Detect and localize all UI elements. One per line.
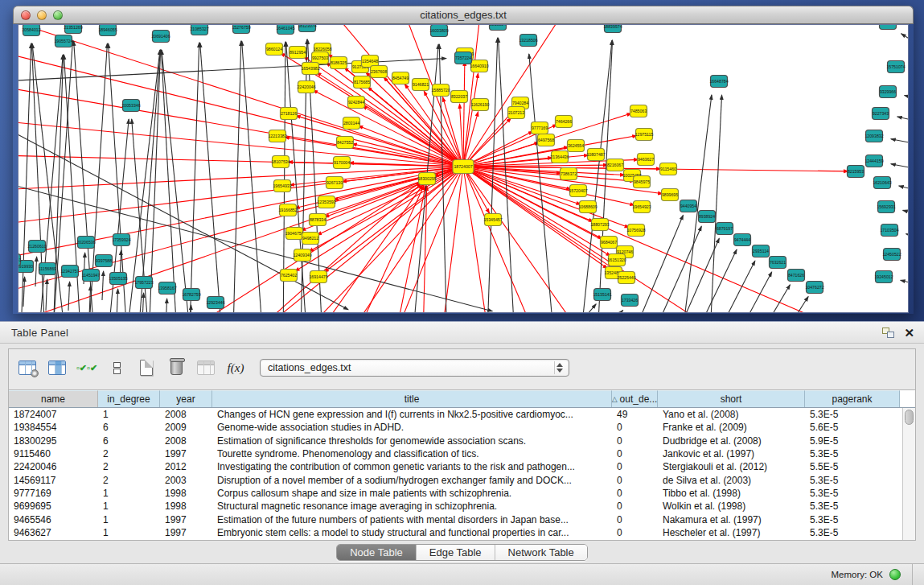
memory-status-icon[interactable] <box>889 569 901 580</box>
paper-node-yellow[interactable]: 8878334 <box>310 214 326 226</box>
paper-node-yellow[interactable]: 15345457 <box>483 214 502 226</box>
paper-node-yellow[interactable]: 9777169 <box>532 122 548 134</box>
table-cell[interactable]: 2 <box>98 475 160 486</box>
paper-node-yellow[interactable]: 11626190 <box>471 99 490 111</box>
table-cell[interactable]: Nakamura et al. (1997) <box>658 514 805 525</box>
citation-edge-black[interactable] <box>102 271 104 300</box>
table-cell[interactable]: 0 <box>612 475 658 486</box>
table-cell[interactable]: Estimation of the future numbers of pati… <box>212 514 612 525</box>
table-cell[interactable]: 18300295 <box>9 435 98 447</box>
citation-edge-red[interactable] <box>463 167 612 313</box>
paper-node-yellow[interactable]: 19166852 <box>278 204 297 216</box>
table-cell[interactable]: 5.3E-5 <box>805 488 900 499</box>
paper-node-teal[interactable]: 6879197 <box>717 223 733 235</box>
column-header-year[interactable]: year <box>160 390 212 407</box>
column-header-short[interactable]: short <box>658 390 805 407</box>
paper-node-yellow[interactable]: 10688609 <box>578 201 597 213</box>
citation-edge-black[interactable] <box>580 310 623 313</box>
paper-node-teal[interactable]: 8471626 <box>788 270 805 282</box>
paper-node-yellow[interactable]: 8175685 <box>354 76 371 89</box>
table-cell[interactable]: 0 <box>612 422 658 433</box>
paper-node-yellow[interactable]: 18300295 <box>417 173 436 185</box>
table-cell[interactable]: 0 <box>612 435 658 447</box>
paper-node-yellow[interactable]: 3624554 <box>568 140 585 152</box>
table-cell[interactable]: 1998 <box>160 501 212 512</box>
table-cell[interactable]: 49 <box>612 409 658 420</box>
citation-edge-black[interactable] <box>891 164 909 171</box>
paper-node-teal[interactable]: 7357224 <box>455 52 472 64</box>
table-cell[interactable]: Changes of HCN gene expression and I(f) … <box>212 409 612 420</box>
table-cell[interactable]: 1 <box>98 527 160 538</box>
paper-node-teal[interactable]: 15692931 <box>877 201 895 213</box>
citation-edge-red[interactable] <box>324 167 463 273</box>
citation-edge-black[interactable] <box>186 43 199 313</box>
table-cell[interactable]: 0 <box>612 488 658 499</box>
table-row[interactable]: 1938455462009Genome-wide association stu… <box>9 421 902 434</box>
paper-node-yellow[interactable]: 8186325 <box>331 57 347 69</box>
paper-node-yellow[interactable]: 22420046 <box>297 81 315 93</box>
close-panel-icon[interactable]: ✕ <box>904 328 914 338</box>
paper-node-yellow[interactable]: 7485063 <box>630 105 647 117</box>
paper-node-yellow[interactable]: 12353593 <box>317 196 335 208</box>
paper-node-yellow[interactable]: 19654933 <box>273 180 291 192</box>
citation-edge-red[interactable] <box>18 146 463 167</box>
citation-edge-black[interactable] <box>702 95 722 313</box>
paper-node-teal[interactable]: 18123074 <box>298 25 316 32</box>
paper-node-yellow[interactable]: 18807293 <box>590 219 609 231</box>
table-cell[interactable]: Corpus callosum shape and size in male p… <box>212 488 612 499</box>
paper-node-yellow[interactable]: 16914479 <box>309 271 327 283</box>
paper-node-teal[interactable]: 7632621 <box>770 257 786 269</box>
paper-node-teal[interactable]: 12093832 <box>864 130 883 142</box>
citation-edge-red[interactable] <box>296 116 463 167</box>
table-cell[interactable]: 6 <box>98 435 160 447</box>
table-cell[interactable]: 9115460 <box>9 448 98 459</box>
paper-node-teal[interactable]: 9474444 <box>734 234 751 246</box>
paper-node-yellow[interactable]: 9684067 <box>601 237 618 249</box>
paper-node-yellow[interactable]: 2718126 <box>281 108 298 120</box>
paper-node-yellow[interactable]: 2803144 <box>343 117 360 130</box>
paper-node-teal[interactable]: 8215953 <box>848 166 864 178</box>
citation-edge-black[interactable] <box>906 234 909 240</box>
paper-node-teal[interactable]: 2935114 <box>753 245 770 257</box>
table-cell[interactable]: Structural magnetic resonance image aver… <box>212 501 612 512</box>
table-cell[interactable]: 2008 <box>160 409 212 420</box>
citation-edge-black[interactable] <box>529 54 564 313</box>
paper-node-yellow[interactable]: 10807487 <box>586 149 605 161</box>
table-cell[interactable]: 0 <box>612 501 658 512</box>
paper-node-teal[interactable]: 16210643 <box>873 177 891 189</box>
table-cell[interactable]: Dudbridge et al. (2008) <box>658 435 805 447</box>
table-cell[interactable]: 5.5E-5 <box>805 461 900 472</box>
paper-node-yellow[interactable]: 18107534 <box>271 156 290 168</box>
paper-node-yellow[interactable]: 2367608 <box>371 66 388 78</box>
paper-node-yellow[interactable]: 16151320 <box>607 254 626 266</box>
paper-node-yellow[interactable]: 9845975 <box>634 176 651 188</box>
paper-node-yellow[interactable]: 9146821 <box>413 79 429 91</box>
table-cell[interactable]: 5.3E-5 <box>805 475 900 486</box>
table-cell[interactable]: 1 <box>98 501 160 512</box>
paper-node-teal[interactable]: 8813054 <box>490 25 507 31</box>
row-selection-icon[interactable] <box>106 357 127 378</box>
table-cell[interactable]: 1997 <box>160 448 212 459</box>
table-cell[interactable]: 9777169 <box>9 488 98 499</box>
table-cell[interactable]: Investigating the contribution of common… <box>212 461 612 472</box>
table-row[interactable]: 2242004622012Investigating the contribut… <box>9 460 902 473</box>
paper-node-teal[interactable]: 21260610 <box>27 241 46 253</box>
citation-edge-red[interactable] <box>463 167 515 313</box>
table-row[interactable]: 1830029562008Estimation of significance … <box>9 435 902 447</box>
citation-edge-black[interactable] <box>897 117 909 123</box>
paper-node-yellow[interactable]: 15720407 <box>569 185 587 197</box>
citation-network-graph[interactable]: 1830029598601248912954182260589927503165… <box>18 25 909 313</box>
table-cell[interactable]: 6 <box>98 422 160 433</box>
table-cell[interactable]: 5.3E-5 <box>805 448 900 459</box>
table-row[interactable]: 969969511998Structural magnetic resonanc… <box>9 500 902 513</box>
table-cell[interactable]: 2012 <box>160 461 212 472</box>
table-cell[interactable]: 2 <box>98 448 160 459</box>
paper-node-teal[interactable]: 17957223 <box>134 277 153 289</box>
paper-node-yellow[interactable]: 9267130 <box>326 177 343 189</box>
table-row[interactable]: 911546021997Tourette syndrome. Phenomeno… <box>9 447 902 460</box>
table-cell[interactable]: Stergiakouli et al. (2012) <box>658 461 805 472</box>
table-scrollbar[interactable] <box>902 408 915 540</box>
table-cell[interactable]: Tibbo et al. (1998) <box>658 488 805 499</box>
table-cell[interactable]: 0 <box>612 448 658 459</box>
table-mode-icon[interactable] <box>17 357 38 378</box>
